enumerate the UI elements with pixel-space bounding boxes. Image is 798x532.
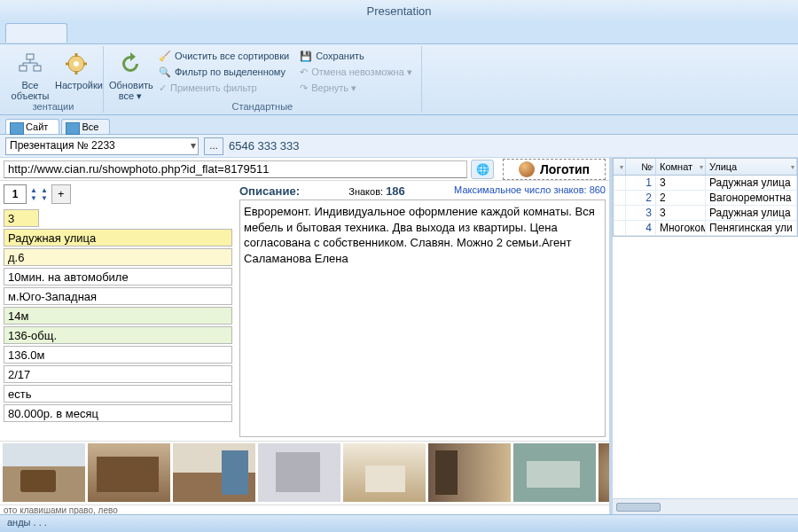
cell-street: Пенягинская ули bbox=[706, 221, 797, 235]
phone-text: 6546 333 333 bbox=[229, 139, 300, 153]
sort-clear-icon: 🧹 bbox=[159, 51, 171, 62]
settings-label: Настройки bbox=[55, 80, 98, 90]
field-floor[interactable] bbox=[4, 365, 232, 383]
cell-num: 4 bbox=[626, 221, 656, 235]
thumb-hint: ото клавишами право, лево bbox=[0, 505, 609, 514]
tab-site[interactable]: Сайт bbox=[5, 119, 59, 134]
pager: 1 ▲▼ ▲▼ + bbox=[4, 184, 232, 204]
ribbon-tab-strip bbox=[0, 23, 798, 44]
go-button[interactable]: 🌐 bbox=[471, 160, 494, 179]
page-up-down[interactable]: ▲▼ bbox=[30, 186, 37, 202]
cell-street: Радужная улица bbox=[706, 176, 797, 190]
add-page-button[interactable]: + bbox=[51, 184, 71, 204]
col-number[interactable]: № bbox=[626, 159, 656, 175]
field-total-area[interactable] bbox=[4, 326, 232, 344]
undo-label: Отмена невозможна ▾ bbox=[311, 66, 412, 78]
document-tabs: Сайт Все bbox=[0, 115, 798, 135]
redo-label: Вернуть ▾ bbox=[311, 82, 356, 94]
svg-rect-1 bbox=[20, 66, 27, 71]
ribbon-group1-caption: зентации bbox=[9, 101, 98, 112]
title-bar: Presentation bbox=[0, 0, 798, 23]
save-icon: 💾 bbox=[300, 51, 312, 62]
field-transport[interactable] bbox=[4, 268, 232, 286]
field-metro[interactable] bbox=[4, 287, 232, 305]
refresh-all-label: Обновить все ▾ bbox=[109, 80, 152, 101]
filter-apply-icon: ✓ bbox=[159, 82, 167, 94]
col-rooms[interactable]: Комнат bbox=[656, 159, 706, 175]
page-up-icon[interactable]: ▲ bbox=[30, 186, 37, 194]
col-selector[interactable] bbox=[614, 159, 626, 175]
table-empty-area bbox=[613, 237, 798, 498]
ribbon: Все объекты Настройки зентации Обновить … bbox=[0, 44, 798, 115]
description-header: Описание: Знаков: 186 Максимальное число… bbox=[239, 184, 606, 198]
description-textarea[interactable]: Евроремонт. Индивидуальное оформление ка… bbox=[239, 200, 606, 437]
page-up-down-2[interactable]: ▲▼ bbox=[41, 186, 48, 202]
thumbnail-4[interactable] bbox=[258, 443, 340, 502]
filter-icon: 🔍 bbox=[159, 66, 171, 78]
table-row[interactable]: 13Радужная улица bbox=[614, 176, 797, 191]
url-row: 🌐 Логотип bbox=[0, 158, 609, 181]
field-price[interactable] bbox=[4, 404, 232, 422]
field-street[interactable] bbox=[4, 229, 232, 246]
char-count: 186 bbox=[386, 184, 405, 198]
status-bar: анды . . . bbox=[0, 514, 798, 532]
tab-all[interactable]: Все bbox=[61, 119, 110, 134]
svg-point-4 bbox=[74, 61, 79, 66]
object-list-table: № Комнат Улица 13Радужная улица 22Вагоно… bbox=[613, 158, 798, 237]
description-panel: Описание: Знаков: 186 Максимальное число… bbox=[236, 181, 609, 441]
field-kitchen-area[interactable] bbox=[4, 307, 232, 325]
filter-by-selection-button[interactable]: 🔍Фильтр по выделенному bbox=[155, 64, 293, 80]
thumbnail-8[interactable] bbox=[598, 443, 609, 502]
page-up-icon-2[interactable]: ▲ bbox=[41, 186, 48, 194]
presentation-selector[interactable]: Презентация № 2233 bbox=[5, 137, 199, 155]
browse-button[interactable]: … bbox=[204, 137, 223, 155]
field-house[interactable] bbox=[4, 248, 232, 266]
clear-sort-label: Очистить все сортировки bbox=[175, 51, 289, 61]
globe-icon: 🌐 bbox=[476, 163, 489, 176]
url-input[interactable] bbox=[4, 160, 467, 178]
svg-rect-2 bbox=[34, 66, 41, 71]
cell-num: 1 bbox=[626, 176, 656, 190]
ribbon-tab-blank[interactable] bbox=[5, 23, 67, 43]
mid-row: 1 ▲▼ ▲▼ + Описание: bbox=[0, 181, 609, 441]
page-number: 1 bbox=[4, 184, 27, 204]
cell-rooms: Многоком bbox=[656, 221, 706, 235]
thumbnail-6[interactable] bbox=[428, 443, 511, 502]
all-objects-label: Все объекты bbox=[9, 80, 51, 101]
field-rooms[interactable] bbox=[4, 209, 39, 227]
field-balcony[interactable] bbox=[4, 385, 232, 403]
settings-button[interactable]: Настройки bbox=[55, 48, 98, 90]
refresh-all-button[interactable]: Обновить все ▾ bbox=[109, 48, 152, 101]
col-street[interactable]: Улица bbox=[706, 159, 797, 175]
undo-button: ↶Отмена невозможна ▾ bbox=[296, 64, 416, 80]
right-column: № Комнат Улица 13Радужная улица 22Вагоно… bbox=[610, 158, 798, 514]
page-down-icon[interactable]: ▼ bbox=[30, 194, 37, 202]
thumbnail-strip bbox=[0, 441, 609, 505]
content-area: 🌐 Логотип 1 ▲▼ ▲▼ + bbox=[0, 158, 798, 514]
clear-sort-button[interactable]: 🧹Очистить все сортировки bbox=[155, 48, 293, 64]
secondary-toolbar: Презентация № 2233 … 6546 333 333 bbox=[0, 135, 798, 158]
page-down-icon-2[interactable]: ▼ bbox=[41, 194, 48, 202]
scrollbar-thumb[interactable] bbox=[616, 503, 661, 512]
cell-rooms: 3 bbox=[656, 176, 706, 190]
table-row[interactable]: 33Радужная улица bbox=[614, 206, 797, 221]
all-objects-button[interactable]: Все объекты bbox=[9, 48, 51, 101]
horizontal-scrollbar[interactable] bbox=[613, 498, 798, 514]
thumbnail-3[interactable] bbox=[173, 443, 255, 502]
cell-street: Радужная улица bbox=[706, 206, 797, 220]
thumbnail-2[interactable] bbox=[88, 443, 170, 502]
undo-icon: ↶ bbox=[300, 66, 308, 78]
save-button[interactable]: 💾Сохранить bbox=[296, 48, 416, 64]
table-row[interactable]: 4МногокомПенягинская ули bbox=[614, 221, 797, 236]
redo-icon: ↷ bbox=[300, 82, 308, 94]
fields-panel: 1 ▲▼ ▲▼ + bbox=[0, 181, 236, 441]
apply-filter-label: Применить фильтр bbox=[170, 82, 257, 93]
thumbnail-7[interactable] bbox=[513, 443, 596, 502]
table-row[interactable]: 22Вагоноремонтна bbox=[614, 191, 797, 206]
thumbnail-5[interactable] bbox=[343, 443, 426, 502]
logo-icon bbox=[519, 161, 535, 177]
cell-num: 3 bbox=[626, 206, 656, 220]
thumbnail-1[interactable] bbox=[3, 443, 85, 502]
svg-rect-0 bbox=[27, 54, 34, 59]
field-living-area[interactable] bbox=[4, 346, 232, 364]
